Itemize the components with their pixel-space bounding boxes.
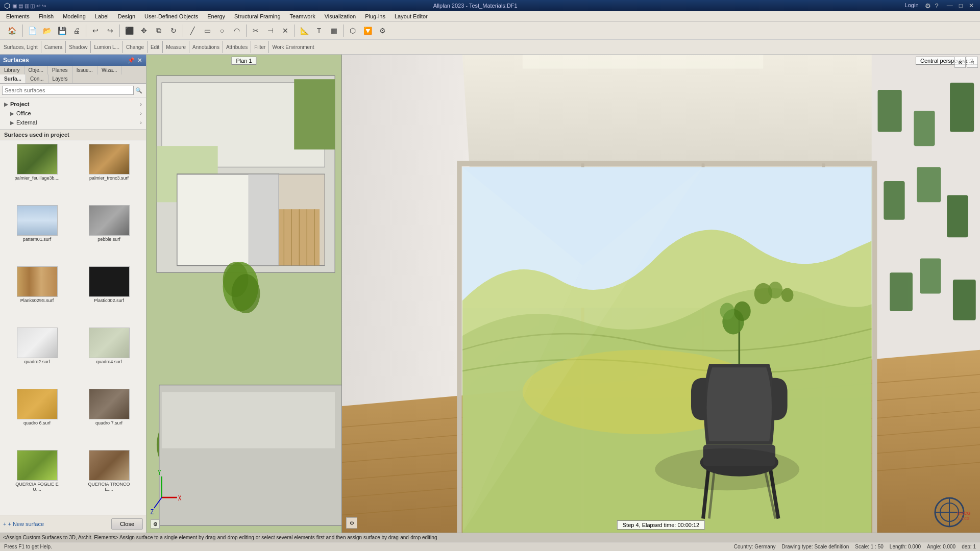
login-link[interactable]: Login xyxy=(905,2,919,10)
tb-btn-new[interactable]: 📄 xyxy=(25,23,39,38)
tb-btn-measure[interactable]: 📐 xyxy=(297,23,311,38)
plan-view[interactable]: Y X Z Plan 1 ⚙ xyxy=(146,55,342,533)
statusbar: <Assign Custom Surfaces to 3D, Archit. E… xyxy=(0,533,980,542)
tab-connect[interactable]: Con... xyxy=(26,74,48,83)
tb-btn-home[interactable]: 🏠 xyxy=(3,22,20,39)
tb-btn-circle[interactable]: ○ xyxy=(215,23,229,38)
thumb-label-quercia1: QUERCIA FOGLIE EU.... xyxy=(14,482,60,492)
thumb-pattern01[interactable]: pattern01.surf xyxy=(2,204,72,263)
menu-structural[interactable]: Structural Framing xyxy=(230,12,284,20)
tb-btn-filter[interactable]: 🔽 xyxy=(360,23,375,38)
tree-label-project: Project xyxy=(10,101,29,107)
new-surface-link[interactable]: + + New surface xyxy=(3,521,44,527)
titlebar: ⬡ ▣ ▤ ▥ ◫ ↩ ↪ Allplan 2023 - Test_Materi… xyxy=(0,0,980,11)
persp-maximize-btn[interactable]: □ xyxy=(967,57,978,68)
close-btn[interactable]: ✕ xyxy=(967,2,976,10)
minimize-btn[interactable]: — xyxy=(945,2,955,10)
menu-plugins[interactable]: Plug-ins xyxy=(361,12,389,20)
viewports: Y X Z Plan 1 ⚙ xyxy=(146,55,980,533)
close-button[interactable]: Close xyxy=(111,518,143,530)
tab-layers[interactable]: Layers xyxy=(48,74,72,83)
tab-library[interactable]: Library xyxy=(0,66,24,74)
help-text: Press F1 to get Help. xyxy=(4,544,52,549)
infobar-right: Country: Germany Drawing type: Scale def… xyxy=(734,544,976,549)
persp-view-settings-btn[interactable]: ⚙ xyxy=(346,517,357,529)
tb-sep-r2-4 xyxy=(122,41,123,53)
tb-btn-extend[interactable]: ⊣ xyxy=(263,23,278,38)
tree-expand-icon-external: › xyxy=(140,119,142,126)
tb-btn-3d[interactable]: ⬡ xyxy=(346,23,360,38)
menu-label[interactable]: Label xyxy=(91,12,113,20)
panel-pin-btn[interactable]: 📌 xyxy=(128,57,135,64)
svg-point-49 xyxy=(781,288,794,302)
tb-btn-open[interactable]: 📂 xyxy=(40,23,54,38)
menu-elements[interactable]: Elements xyxy=(2,12,34,20)
persp-close-btn[interactable]: ✕ xyxy=(954,57,966,68)
tb-btn-rotate[interactable]: ↻ xyxy=(166,23,181,38)
search-icon[interactable]: 🔍 xyxy=(134,85,144,95)
tb-btn-line[interactable]: ╱ xyxy=(185,23,200,38)
tab-planes[interactable]: Planes xyxy=(48,66,72,74)
help-icon[interactable]: ? xyxy=(935,2,939,10)
tree-label-office: Office xyxy=(16,110,31,116)
menu-layout-editor[interactable]: Layout Editor xyxy=(390,12,432,20)
tree-item-office[interactable]: ▶ Office › xyxy=(0,109,146,118)
thumb-palmier-leaf[interactable]: palmier_feuillage3b.... xyxy=(2,142,72,202)
thumb-label-pattern01: pattern01.surf xyxy=(23,237,52,242)
tree-arrow-office: ▶ xyxy=(10,111,14,116)
tb-btn-hatch[interactable]: ▦ xyxy=(327,23,341,38)
thumb-plastic[interactable]: Plastic002.surf xyxy=(74,265,144,324)
panel-close-btn[interactable]: ✕ xyxy=(136,57,143,64)
tab-wizard[interactable]: Wiza... xyxy=(97,66,122,74)
perspective-view[interactable]: Central perspective:2 Step 4, Elapsed ti… xyxy=(342,55,980,533)
maximize-btn[interactable]: □ xyxy=(957,2,965,10)
tb-btn-rect[interactable]: ▭ xyxy=(200,23,214,38)
tb-btn-select[interactable]: ⬛ xyxy=(122,23,136,38)
tb-btn-print[interactable]: 🖨 xyxy=(69,23,84,38)
thumb-pebble[interactable]: pebble.surf xyxy=(74,204,144,263)
tb-btn-copy[interactable]: ⧉ xyxy=(152,23,166,38)
thumb-img-palmier-trunk xyxy=(89,144,130,174)
thumb-quercia1[interactable]: QUERCIA FOGLIE EU.... xyxy=(2,448,72,513)
thumb-img-planks xyxy=(17,266,58,297)
svg-rect-70 xyxy=(953,280,976,320)
tree-item-project[interactable]: ▶ Project › xyxy=(0,99,146,109)
settings-icon[interactable]: ⚙ xyxy=(925,2,931,10)
tab-objects[interactable]: Obje... xyxy=(24,66,48,74)
tb-btn-trim[interactable]: ✂ xyxy=(249,23,263,38)
tb-btn-redo[interactable]: ↪ xyxy=(103,23,117,38)
thumb-quadro4[interactable]: quadro4.surf xyxy=(74,326,144,385)
tb-btn-save[interactable]: 💾 xyxy=(55,23,69,38)
tb-sep2 xyxy=(86,24,86,37)
menu-energy[interactable]: Energy xyxy=(203,12,229,20)
menu-finish[interactable]: Finish xyxy=(35,12,58,20)
menu-modeling[interactable]: Modeling xyxy=(59,12,90,20)
thumb-img-quadro7 xyxy=(89,389,130,419)
thumb-quercia2[interactable]: QUERCIA TRONCO E.... xyxy=(74,448,144,513)
menu-teamwork[interactable]: Teamwork xyxy=(286,12,320,20)
menu-visualization[interactable]: Visualization xyxy=(321,12,360,20)
thumb-planks[interactable]: Planks029S.surf xyxy=(2,265,72,324)
svg-point-16 xyxy=(232,274,260,313)
plan-view-settings-btn[interactable]: ⚙ xyxy=(151,519,160,529)
menu-user-defined[interactable]: User-Defined Objects xyxy=(140,12,202,20)
tb-btn-arc[interactable]: ◠ xyxy=(230,23,244,38)
surfaces-used-header: Surfaces used in project xyxy=(0,130,146,140)
tree-item-external[interactable]: ▶ External › xyxy=(0,118,146,127)
tb-btn-delete[interactable]: ✕ xyxy=(278,23,292,38)
tb-btn-undo[interactable]: ↩ xyxy=(88,23,103,38)
menu-design[interactable]: Design xyxy=(114,12,139,20)
svg-rect-22 xyxy=(162,392,335,448)
thumb-label-quadro6: quadro 6.surf xyxy=(23,420,51,425)
thumb-quadro7[interactable]: quadro 7.surf xyxy=(74,387,144,446)
tb-btn-work-env[interactable]: ⚙ xyxy=(375,23,389,38)
thumb-quadro2[interactable]: quadro2.surf xyxy=(2,326,72,385)
thumb-quadro6[interactable]: quadro 6.surf xyxy=(2,387,72,446)
tab-issues[interactable]: Issue... xyxy=(72,66,97,74)
tab-surfaces[interactable]: Surfa... xyxy=(0,74,26,83)
search-input[interactable] xyxy=(2,86,134,95)
tb-btn-move[interactable]: ✥ xyxy=(137,23,151,38)
step-indicator: Step 4, Elapsed time: 00:00:12 xyxy=(617,520,705,530)
tb-btn-text[interactable]: T xyxy=(312,23,326,38)
thumb-palmier-trunk[interactable]: palmier_tronc3.surf xyxy=(74,142,144,202)
